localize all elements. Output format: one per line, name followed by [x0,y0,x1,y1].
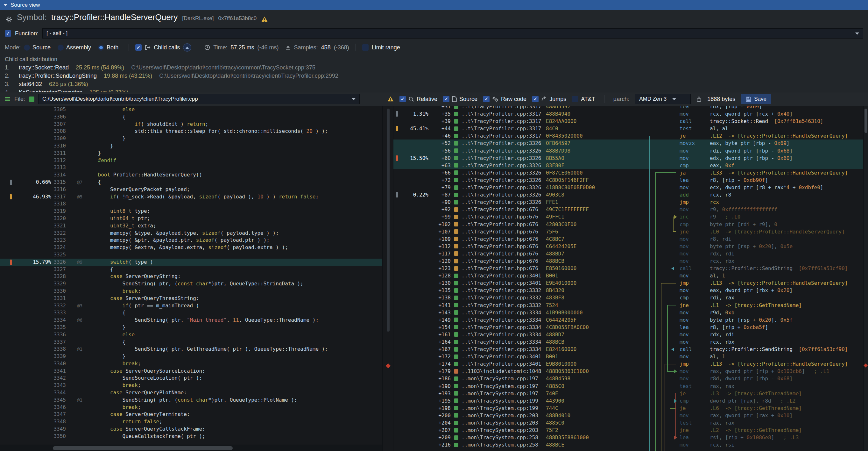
asm-location[interactable]: ..mon\TracySystem.cpp:197 [462,390,546,397]
source-line[interactable]: 3334@6 SendString( ptr, "Main thread", 1… [0,317,382,324]
asm-row[interactable]: +174..t\TracyProfiler.cpp:3401E9B8010000… [394,360,863,367]
asm-row[interactable]: +172..t\TracyProfiler.cpp:3401B001moval,… [394,353,863,360]
source-line[interactable]: 3329 SendString( ptr, (const char*)ptr, … [0,280,382,288]
asm-location[interactable]: ..t\TracyProfiler.cpp:3326 [462,154,546,162]
asm-location[interactable]: ..t\TracyProfiler.cpp:3317 [462,125,546,132]
jumps-toggle[interactable]: Jumps [532,96,566,102]
asm-location[interactable]: ..t\TracyProfiler.cpp:3334 [462,331,546,338]
source-line[interactable]: 3328 case ServerQueryString: [0,273,382,280]
source-line[interactable]: 3310 } [0,142,382,150]
source-line[interactable]: 3320 uint64_t ptr; [0,215,382,222]
asm-location[interactable]: ..t\TracyProfiler.cpp:3332 [462,302,546,309]
asm-location[interactable]: ..mon\TracySystem.cpp:258 [462,441,546,448]
asm-location[interactable]: ..t\TracyProfiler.cpp:3326 [462,147,546,154]
asm-location[interactable]: ..t\TracyProfiler.cpp:3332 [462,287,546,294]
asm-row[interactable]: +46..t\TracyProfiler.cpp:33170F843502000… [394,132,863,140]
asm-row[interactable]: +186..mon\TracySystem.cpp:197448B4598mov… [394,375,863,382]
source-line[interactable]: 3330 break; [0,288,382,295]
radio-assembly-dot[interactable] [58,44,64,51]
child-call-item[interactable]: 2.tracy::Profiler::SendLongString19.88 m… [5,72,863,80]
asm-row[interactable]: +209..mon\TracySystem.cpp:258488D35E8861… [394,434,863,441]
radio-both-dot[interactable] [98,44,104,51]
asm-location[interactable]: ..t\TracyProfiler.cpp:3326 [462,169,546,176]
asm-row[interactable]: 1.31%+35..t\TracyProfiler.cpp:3317488B49… [394,110,863,118]
asm-location[interactable]: ..t\TracyProfiler.hpp:676 [462,257,546,265]
source-line[interactable]: 3341 case ServerQuerySourceLocation: [0,367,382,375]
source-line[interactable]: 3318 [0,200,382,208]
source-line[interactable]: 3346 break; [0,404,382,411]
asm-location[interactable]: ..mon\TracySystem.cpp:258 [462,434,546,441]
file-select[interactable]: C:\Users\wolf\Desktop\darkrl\contrib\tra… [38,94,360,104]
asm-location[interactable]: ..mon\TracySystem.cpp:203 [462,419,546,426]
scrollbar-thumb[interactable] [53,446,233,450]
child-call-item[interactable]: 3.stat64i32625 µs (1.36%) [5,80,863,88]
relative-checkbox[interactable] [400,96,406,102]
asm-row[interactable]: +123..t\TracyProfiler.hpp:676E850160000c… [394,265,863,272]
att-toggle[interactable]: AT&T [572,96,595,102]
source-line[interactable]: 3343 break; [0,382,382,389]
asm-row[interactable]: +164..t\TracyProfiler.cpp:3334488BCBmovr… [394,338,863,345]
asm-location[interactable]: ..t\TracyProfiler.cpp:3332 [462,294,546,301]
limit-range-checkbox[interactable] [362,44,369,51]
source-line[interactable]: 3339 } [0,353,382,360]
asm-row[interactable]: +63..t\TracyProfiler.cpp:332683F80Fcmpea… [394,162,863,169]
source-line[interactable]: 3321 uint32_t extra; [0,222,382,230]
source-line[interactable]: 3338@1 SendString( ptr, GetThreadName( p… [0,345,382,353]
source-line[interactable]: 3335 } [0,324,382,331]
source-line[interactable]: 3319 uint8_t type; [0,208,382,215]
asm-row[interactable]: +117..t\TracyProfiler.hpp:676488BD7movrd… [394,250,863,257]
asm-location[interactable]: ..t\TracyProfiler.cpp:3334 [462,345,546,353]
source-line[interactable]: 3316 ServerQueryPacket payload; [0,186,382,193]
asm-row[interactable]: +161..t\TracyProfiler.cpp:3334488BD7movr… [394,331,863,338]
source-line[interactable]: 3336 else [0,331,382,338]
asm-location[interactable]: ..t\TracyProfiler.cpp:3334 [462,324,546,331]
asm-row[interactable]: +31..t\TracyProfiler.cpp:3317488D5597lea… [394,106,863,110]
assembly-scrollbar[interactable] [863,106,868,451]
title-bar[interactable]: Source view [0,0,868,10]
asm-location[interactable]: ..t\TracyProfiler.hpp:676 [462,250,546,257]
asm-location[interactable]: ..t\TracyProfiler.hpp:676 [462,235,546,243]
source-line[interactable]: 3332@3 if( ptr == m_mainThread ) [0,302,382,309]
function-checkbox[interactable] [5,30,11,37]
relative-toggle[interactable]: Relative [400,96,437,102]
source-line[interactable]: 3333 { [0,309,382,317]
source-line[interactable]: 3305 else [0,106,382,113]
asm-location[interactable]: ..t\TracyProfiler.hpp:676 [462,221,546,228]
asm-row[interactable]: 0.22%+87..t\TracyProfiler.cpp:33264903C8… [394,191,863,199]
asm-row[interactable]: +198..mon\TracySystem.cpp:199744Cje.L6 -… [394,404,863,412]
function-select[interactable]: [ - self - ] [42,28,863,38]
source-line[interactable]: 3331 case ServerQueryThreadString: [0,295,382,302]
asm-location[interactable]: ..mon\TracySystem.cpp:197 [462,383,546,390]
radio-source[interactable]: Source [24,44,51,51]
asm-row[interactable]: +92..t\TracyProfiler.hpp:67649C7C1FFFFFF… [394,206,863,213]
child-calls-checkbox[interactable] [135,44,142,51]
asm-location[interactable]: ..t\TracyProfiler.cpp:3317 [462,118,546,125]
raw-code-checkbox[interactable] [483,96,490,102]
asm-location[interactable]: ..t\TracyProfiler.cpp:3317 [462,106,546,110]
source-line[interactable]: 3337 { [0,338,382,346]
source-line[interactable]: 3342 SendSourceLocation( ptr ); [0,374,382,382]
asm-row[interactable]: +190..mon\TracySystem.cpp:1974885C0testr… [394,383,863,390]
asm-location[interactable]: ..mon\TracySystem.cpp:199 [462,404,546,412]
radio-source-dot[interactable] [24,44,30,51]
collapse-arrow-icon[interactable] [3,4,7,6]
source-line[interactable]: 3350 QueueCallstackFrame( ptr ); [0,433,382,440]
source-line[interactable]: 3345@1 SendString( ptr, (const char*)ptr… [0,396,382,404]
asm-row[interactable]: +66..t\TracyProfiler.cpp:33260F87CE06000… [394,169,863,176]
source-line[interactable]: 3307 if( shouldExit ) return; [0,121,382,128]
save-button[interactable]: Save [741,94,771,104]
asm-location[interactable]: ..t\TracyProfiler.cpp:3326 [462,184,546,191]
asm-location[interactable]: ..t\TracyProfiler.cpp:3334 [462,338,546,345]
asm-location[interactable]: ..t\TracyProfiler.hpp:676 [462,213,546,220]
source-line[interactable]: 3313 [0,164,382,171]
asm-row[interactable]: +102..t\TracyProfiler.hpp:67642803C0F00c… [394,221,863,228]
asm-location[interactable]: ..t\TracyProfiler.cpp:3401 [462,272,546,279]
asm-location[interactable]: ..t\TracyProfiler.cpp:3401 [462,360,546,367]
asm-location[interactable]: ..t\TracyProfiler.cpp:3326 [462,191,546,199]
asm-row[interactable]: +109..t\TracyProfiler.hpp:6764C8BC7movr8… [394,235,863,243]
asm-row[interactable]: +149..t\TracyProfiler.cpp:3334C64424205F… [394,316,863,324]
asm-row[interactable]: +167..t\TracyProfiler.cpp:3334E824160000… [394,345,863,353]
asm-location[interactable]: ..t\TracyProfiler.cpp:3334 [462,309,546,316]
caret-up-circle-button[interactable] [183,43,191,52]
source-line[interactable]: 15.79%3326@9 switch( type ) [0,259,382,266]
